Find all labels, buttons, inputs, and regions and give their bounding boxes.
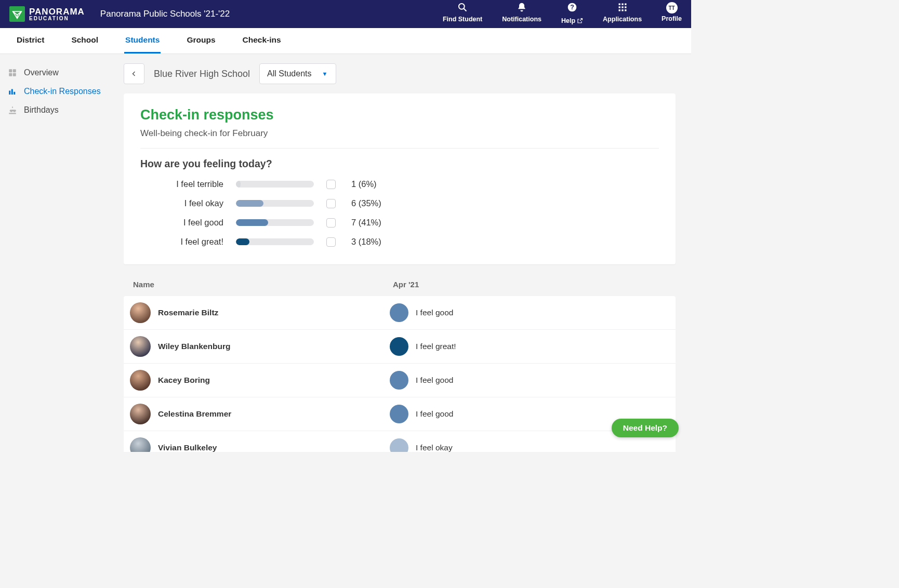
sidebar-item-overview[interactable]: Overview bbox=[4, 63, 120, 82]
tab-groups[interactable]: Groups bbox=[186, 28, 216, 54]
col-month: Apr '21 bbox=[393, 280, 666, 289]
tab-checkins[interactable]: Check-ins bbox=[242, 28, 282, 54]
header-actions: Find Student Notifications ? Help Applic… bbox=[443, 2, 682, 26]
tab-district[interactable]: District bbox=[16, 28, 45, 54]
svg-rect-5 bbox=[622, 4, 623, 5]
response-text: I feel great! bbox=[416, 342, 456, 351]
back-button[interactable] bbox=[124, 63, 144, 84]
notifications-button[interactable]: Notifications bbox=[502, 2, 541, 23]
search-icon bbox=[457, 2, 468, 14]
response-dot-icon bbox=[390, 405, 408, 423]
dist-label: I feel good bbox=[140, 218, 223, 228]
dist-checkbox[interactable] bbox=[326, 199, 336, 208]
responses-card: Check-in responses Well-being check-in f… bbox=[124, 93, 676, 264]
bar-chart-icon bbox=[7, 86, 18, 97]
response-text: I feel okay bbox=[416, 443, 453, 452]
avatar bbox=[130, 370, 151, 391]
avatar bbox=[130, 437, 151, 452]
response-dot-icon bbox=[390, 438, 408, 452]
table-row[interactable]: Kacey BoringI feel good bbox=[124, 363, 676, 397]
dist-bar bbox=[236, 219, 314, 226]
response-dot-icon bbox=[390, 303, 408, 322]
table-row[interactable]: Celestina BremmerI feel good bbox=[124, 397, 676, 431]
dist-label: I feel terrible bbox=[140, 179, 223, 189]
help-icon: ? bbox=[567, 2, 577, 14]
breadcrumb-school: Blue River High School bbox=[154, 69, 250, 79]
student-name: Celestina Bremmer bbox=[158, 409, 231, 419]
table-row[interactable]: Wiley BlankenburgI feel great! bbox=[124, 329, 676, 363]
overview-icon bbox=[7, 68, 18, 78]
apps-grid-icon bbox=[617, 2, 628, 14]
select-value: All Students bbox=[267, 69, 311, 78]
response-distribution-chart: I feel terrible1 (6%)I feel okay6 (35%)I… bbox=[140, 179, 659, 247]
tab-school[interactable]: School bbox=[70, 28, 99, 54]
app-header: PANORAMA EDUCATION Panorama Public Schoo… bbox=[0, 0, 691, 28]
svg-rect-11 bbox=[622, 9, 623, 11]
svg-rect-12 bbox=[625, 9, 626, 11]
header-label: Help bbox=[561, 16, 583, 26]
dist-bar bbox=[236, 181, 314, 188]
response-text: I feel good bbox=[416, 308, 453, 317]
breadcrumb: Blue River High School All Students ▼ bbox=[124, 63, 676, 84]
avatar bbox=[130, 404, 151, 424]
response-text: I feel good bbox=[416, 409, 453, 419]
dist-checkbox[interactable] bbox=[326, 218, 336, 228]
main-content: Blue River High School All Students ▼ Ch… bbox=[124, 54, 691, 452]
sidebar-item-birthdays[interactable]: Birthdays bbox=[4, 101, 120, 119]
tab-students[interactable]: Students bbox=[124, 28, 161, 54]
cake-icon bbox=[7, 105, 18, 115]
svg-rect-9 bbox=[625, 6, 626, 8]
logo[interactable]: PANORAMA EDUCATION bbox=[9, 6, 85, 22]
table-row[interactable]: Rosemarie BiltzI feel good bbox=[124, 296, 676, 329]
header-label: Notifications bbox=[502, 16, 541, 23]
responses-table: Name Apr '21 Rosemarie BiltzI feel goodW… bbox=[124, 273, 676, 452]
header-label: Profile bbox=[662, 15, 682, 22]
svg-rect-19 bbox=[14, 92, 15, 95]
avatar bbox=[130, 302, 151, 323]
svg-rect-15 bbox=[9, 73, 12, 76]
sidebar: Overview Check-in Responses Birthdays bbox=[0, 54, 124, 452]
student-name: Wiley Blankenburg bbox=[158, 342, 230, 351]
response-dot-icon bbox=[390, 371, 408, 390]
student-filter-select[interactable]: All Students ▼ bbox=[259, 63, 336, 84]
bell-icon bbox=[517, 2, 527, 14]
svg-rect-7 bbox=[618, 6, 620, 8]
header-label: Find Student bbox=[443, 16, 482, 23]
dist-label: I feel okay bbox=[140, 198, 223, 208]
student-name: Rosemarie Biltz bbox=[158, 308, 218, 317]
dist-count: 3 (18%) bbox=[351, 237, 659, 247]
sidebar-item-label: Birthdays bbox=[24, 105, 59, 115]
header-label: Applications bbox=[603, 16, 642, 23]
dist-checkbox[interactable] bbox=[326, 180, 336, 189]
dist-bar bbox=[236, 238, 314, 245]
logo-text: PANORAMA EDUCATION bbox=[29, 7, 85, 21]
applications-button[interactable]: Applications bbox=[603, 2, 642, 23]
need-help-fab[interactable]: Need Help? bbox=[612, 419, 679, 437]
dist-count: 7 (41%) bbox=[351, 218, 659, 228]
dist-count: 1 (6%) bbox=[351, 179, 659, 189]
response-dot-icon bbox=[390, 337, 408, 356]
svg-point-0 bbox=[459, 4, 465, 9]
col-name: Name bbox=[133, 280, 393, 289]
external-link-icon bbox=[577, 16, 583, 26]
top-nav: District School Students Groups Check-in… bbox=[0, 28, 691, 54]
sidebar-item-label: Overview bbox=[24, 68, 59, 77]
find-student-button[interactable]: Find Student bbox=[443, 2, 482, 23]
table-header: Name Apr '21 bbox=[124, 273, 676, 296]
dist-checkbox[interactable] bbox=[326, 237, 336, 247]
chevron-down-icon: ▼ bbox=[322, 71, 327, 77]
svg-rect-6 bbox=[625, 4, 626, 5]
svg-rect-10 bbox=[618, 9, 620, 11]
sidebar-item-checkin-responses[interactable]: Check-in Responses bbox=[4, 82, 120, 101]
dist-count: 6 (35%) bbox=[351, 198, 659, 208]
table-row[interactable]: Vivian BulkeleyI feel okay bbox=[124, 431, 676, 452]
help-button[interactable]: ? Help bbox=[561, 2, 583, 26]
profile-button[interactable]: TT Profile bbox=[662, 2, 682, 22]
svg-rect-13 bbox=[9, 69, 12, 72]
svg-rect-16 bbox=[13, 73, 16, 76]
question-text: How are you feeling today? bbox=[140, 158, 659, 170]
card-subtitle: Well-being check-in for February bbox=[140, 128, 659, 149]
avatar bbox=[130, 336, 151, 357]
chevron-left-icon bbox=[131, 70, 137, 78]
org-name: Panorama Public Schools '21-'22 bbox=[100, 9, 230, 19]
